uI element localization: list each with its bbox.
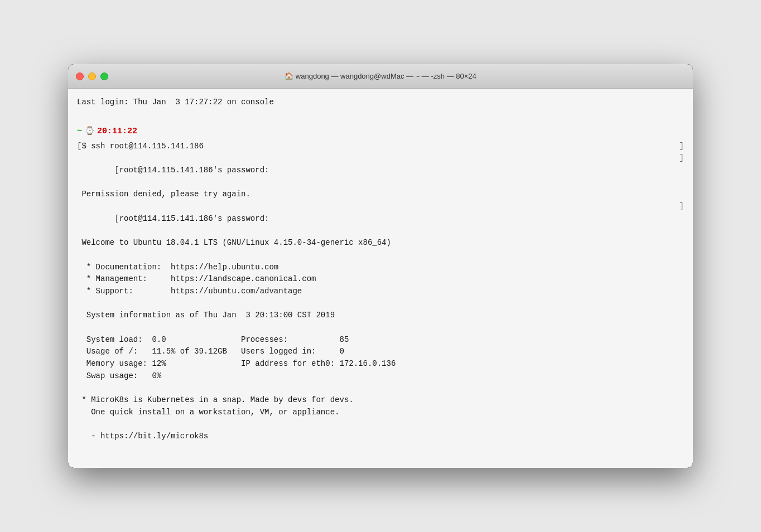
microk8s-line-2: One quick install on a workstation, VM, … (77, 407, 684, 419)
watch-icon: ⌚ (85, 125, 94, 138)
bracket-right-1: ] (680, 141, 684, 153)
memory-line: Memory usage: 12% IP address for eth0: 1… (77, 358, 684, 370)
password-line-2: [root@114.115.141.186's password: (77, 201, 684, 237)
window-title: 🏠 wangdong — wangdong@wdMac — ~ — -zsh —… (285, 72, 476, 80)
title-text: wangdong — wangdong@wdMac — ~ — -zsh — 8… (296, 72, 476, 80)
permission-denied-line: Permission denied, please try again. (77, 188, 684, 201)
ssh-command: $ ssh root@114.115.141.186 (81, 141, 203, 153)
sysinfo-line: System information as of Thu Jan 3 20:13… (77, 309, 684, 322)
bracket-right-3: ] (680, 201, 684, 213)
empty-line-1 (77, 109, 684, 121)
microk8s-url-line: - https://bit.ly/microk8s (77, 431, 684, 443)
swap-line: Swap usage: 0% (77, 370, 684, 383)
password-line-2-wrapper: [root@114.115.141.186's password: ] (77, 201, 684, 237)
sysload-line: System load: 0.0 Processes: 85 (77, 334, 684, 346)
password-text-1: root@114.115.141.186's password: (119, 166, 269, 175)
doc-line: * Documentation: https://help.ubuntu.com (77, 262, 684, 274)
close-button[interactable] (76, 72, 84, 80)
usage-line: Usage of /: 11.5% of 39.12GB Users logge… (77, 346, 684, 358)
titlebar: 🏠 wangdong — wangdong@wdMac — ~ — -zsh —… (68, 64, 693, 89)
prompt-tilde: ~ (77, 125, 82, 138)
empty-line-3 (77, 298, 684, 310)
welcome-line: Welcome to Ubuntu 18.04.1 LTS (GNU/Linux… (77, 237, 684, 249)
bracket-left-1: [ (77, 141, 81, 153)
ssh-command-line: [$ ssh root@114.115.141.186 (77, 141, 684, 153)
bracket-left-3: [ (114, 214, 119, 223)
home-icon: 🏠 (285, 72, 296, 80)
mgmt-line: * Management: https://landscape.canonica… (77, 273, 684, 286)
prompt-line: ~ ⌚ 20:11:22 (77, 125, 684, 138)
prompt-time: 20:11:22 (97, 125, 137, 138)
bracket-right-2: ] (680, 152, 684, 165)
terminal-window: 🏠 wangdong — wangdong@wdMac — ~ — -zsh —… (68, 64, 693, 468)
password-line-1: [root@114.115.141.186's password: (77, 152, 684, 188)
support-line: * Support: https://ubuntu.com/advantage (77, 286, 684, 298)
empty-line-4 (77, 322, 684, 334)
traffic-lights (76, 72, 108, 80)
maximize-button[interactable] (100, 72, 108, 80)
terminal-body[interactable]: Last login: Thu Jan 3 17:27:22 on consol… (68, 89, 693, 468)
minimize-button[interactable] (88, 72, 96, 80)
empty-line-5 (77, 382, 684, 394)
ssh-cmd-wrapper: [$ ssh root@114.115.141.186 ] (77, 141, 684, 153)
empty-line-2 (77, 249, 684, 262)
password-line-1-wrapper: [root@114.115.141.186's password: ] (77, 152, 684, 188)
last-login-line: Last login: Thu Jan 3 17:27:22 on consol… (77, 96, 684, 109)
microk8s-line-1: * MicroK8s is Kubernetes in a snap. Made… (77, 394, 684, 407)
bracket-left-2: [ (114, 166, 119, 175)
password-text-2: root@114.115.141.186's password: (119, 214, 269, 223)
empty-line-6 (77, 418, 684, 431)
